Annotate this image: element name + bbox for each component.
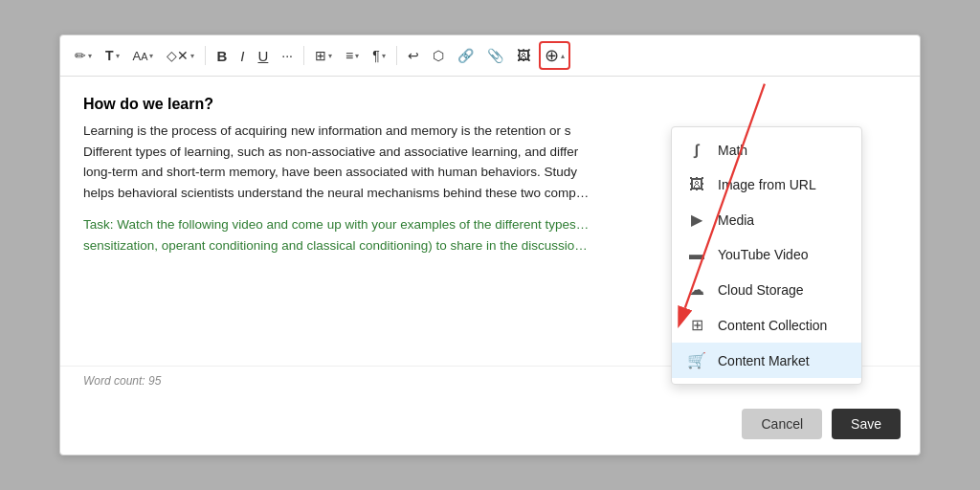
footer-buttons: Cancel Save	[60, 399, 920, 455]
dropdown-item-content-market-label: Content Market	[718, 353, 810, 368]
erase-icon: ⬡	[433, 48, 444, 63]
dropdown-item-media-label: Media	[718, 212, 754, 228]
pen-chevron-icon: ▾	[88, 52, 92, 60]
bold-button[interactable]: B	[212, 44, 232, 68]
clear-format-button[interactable]: ◇✕ ▾	[162, 44, 199, 67]
editor-container: ✏ ▾ T ▾ AA ▾ ◇✕ ▾ B I U ···	[59, 34, 921, 456]
dropdown-item-math[interactable]: ∫ Math	[672, 133, 861, 167]
add-chevron-icon: ▴	[561, 52, 565, 60]
table-icon: ⊞	[315, 48, 326, 63]
separator-3	[396, 46, 397, 65]
undo-button[interactable]: ↩	[403, 44, 424, 67]
media-icon: ▶	[687, 211, 706, 229]
math-icon: ∫	[687, 142, 706, 159]
attach-button[interactable]: 📎	[482, 44, 508, 67]
more-icon: ···	[281, 48, 293, 63]
text-button[interactable]: T ▾	[100, 44, 124, 67]
content-market-icon: 🛒	[687, 351, 706, 369]
add-icon: ⊕	[545, 45, 559, 66]
editor-body[interactable]: How do we learn? Learning is the process…	[60, 77, 920, 366]
save-button[interactable]: Save	[832, 409, 901, 439]
table-chevron-icon: ▾	[328, 52, 332, 60]
dropdown-item-image-url-label: Image from URL	[718, 177, 816, 192]
underline-icon: U	[257, 48, 268, 64]
add-content-dropdown: ∫ Math 🖼 Image from URL ▶ Media ▬ YouTub…	[671, 126, 862, 385]
erase-button[interactable]: ⬡	[428, 44, 449, 67]
cloud-icon: ☁	[687, 280, 706, 299]
font-size-icon: AA	[133, 49, 148, 63]
align-button[interactable]: ≡ ▾	[341, 44, 364, 67]
dropdown-item-cloud[interactable]: ☁ Cloud Storage	[672, 272, 861, 307]
bold-icon: B	[216, 48, 227, 64]
youtube-icon: ▬	[687, 246, 706, 263]
table-button[interactable]: ⊞ ▾	[310, 44, 337, 67]
para-chevron-icon: ▾	[382, 52, 386, 60]
align-chevron-icon: ▾	[355, 52, 359, 60]
pen-button[interactable]: ✏ ▾	[70, 44, 97, 67]
dropdown-item-cloud-label: Cloud Storage	[718, 282, 804, 298]
image-url-icon: 🖼	[687, 176, 706, 193]
dropdown-item-math-label: Math	[718, 143, 747, 158]
clear-chevron-icon: ▾	[190, 52, 194, 60]
more-button[interactable]: ···	[277, 44, 298, 67]
font-size-button[interactable]: AA ▾	[128, 45, 159, 67]
dropdown-item-content-collection-label: Content Collection	[718, 318, 827, 333]
font-size-chevron-icon: ▾	[149, 52, 153, 60]
link-icon: 🔗	[457, 48, 474, 63]
separator-2	[303, 46, 304, 65]
paragraph-button[interactable]: ¶ ▾	[368, 44, 390, 67]
separator-1	[205, 46, 206, 65]
cancel-button[interactable]: Cancel	[742, 409, 822, 439]
dropdown-item-media[interactable]: ▶ Media	[672, 202, 861, 237]
undo-icon: ↩	[408, 48, 419, 63]
dropdown-item-image-url[interactable]: 🖼 Image from URL	[672, 167, 861, 202]
attach-icon: 📎	[487, 48, 503, 63]
italic-button[interactable]: I	[235, 44, 249, 68]
underline-button[interactable]: U	[253, 44, 273, 68]
image-button[interactable]: 🖼	[512, 44, 535, 67]
image-icon: 🖼	[517, 48, 530, 63]
link-button[interactable]: 🔗	[453, 44, 479, 67]
paragraph-icon: ¶	[372, 48, 380, 63]
text-icon: T	[105, 48, 114, 63]
pen-icon: ✏	[75, 48, 86, 63]
toolbar: ✏ ▾ T ▾ AA ▾ ◇✕ ▾ B I U ···	[60, 35, 920, 77]
add-content-button[interactable]: ⊕ ▴	[539, 41, 570, 70]
dropdown-item-content-market[interactable]: 🛒 Content Market	[672, 343, 861, 378]
text-chevron-icon: ▾	[116, 52, 120, 60]
clear-format-icon: ◇✕	[167, 48, 189, 63]
editor-title: How do we learn?	[83, 96, 897, 113]
dropdown-item-content-collection[interactable]: ⊞ Content Collection	[672, 307, 861, 343]
content-collection-icon: ⊞	[687, 316, 706, 334]
italic-icon: I	[240, 48, 244, 64]
dropdown-item-youtube[interactable]: ▬ YouTube Video	[672, 237, 861, 272]
align-icon: ≡	[345, 48, 353, 63]
dropdown-item-youtube-label: YouTube Video	[718, 247, 808, 262]
